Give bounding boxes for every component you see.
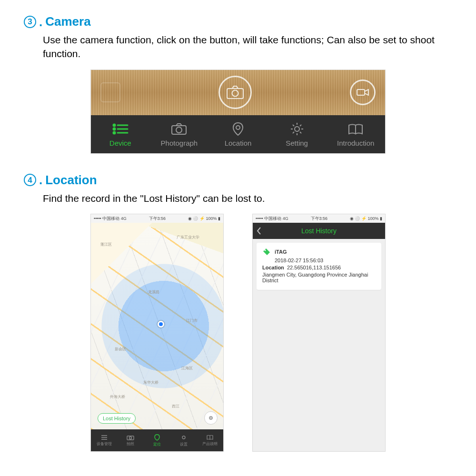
svg-point-1 xyxy=(232,90,238,97)
lost-history-list: iTAG 2018-02-27 15:56:03 Location 22.565… xyxy=(253,239,385,451)
tab-location[interactable]: Location xyxy=(208,115,268,153)
book-icon xyxy=(206,435,214,440)
shutter-button[interactable] xyxy=(218,76,252,109)
camera-icon xyxy=(171,121,187,137)
svg-point-3 xyxy=(113,124,115,126)
recenter-button[interactable] xyxy=(204,411,218,425)
battery-text: ◉ ⚪ ⚡ 100% ▮ xyxy=(188,216,220,221)
phone-lost-history: ••••• 中国移动 4G 下午3:56 ◉ ⚪ ⚡ 100% ▮ Lost H… xyxy=(252,214,386,452)
locate-icon xyxy=(208,415,214,421)
lost-history-button[interactable]: Lost History xyxy=(98,413,136,424)
map-label: 蓬江区 xyxy=(100,242,112,247)
tab-photograph[interactable]: Photograph xyxy=(150,115,209,153)
svg-point-29 xyxy=(265,250,266,251)
carrier-text: ••••• 中国移动 4G xyxy=(256,216,288,222)
section-3-head: 3 . Camera xyxy=(24,14,452,29)
app-tabbar: Device Photograph Location Setting Intro… xyxy=(91,115,385,153)
tab-label: Device xyxy=(109,139,131,147)
camera-screenshot: Device Photograph Location Setting Intro… xyxy=(90,69,386,154)
tab-introduction[interactable]: Introduction xyxy=(326,115,385,153)
mini-tab-setting[interactable]: 设置 xyxy=(170,429,197,451)
svg-line-17 xyxy=(293,125,294,126)
svg-point-27 xyxy=(129,436,132,439)
address: Jiangmen City, Guangdong Province Jiangh… xyxy=(262,272,376,283)
svg-point-12 xyxy=(295,127,299,131)
mini-tabbar: 设备管理 拍照 定位 设置 产品说明 xyxy=(91,429,223,451)
mini-tab-location[interactable]: 定位 xyxy=(144,429,170,451)
svg-point-5 xyxy=(113,128,115,130)
svg-point-7 xyxy=(113,132,115,134)
svg-rect-2 xyxy=(357,89,365,95)
battery-text: ◉ ⚪ ⚡ 100% ▮ xyxy=(350,216,382,221)
section-4-description: Find the record in the "Lost History" ca… xyxy=(43,191,452,205)
section-4-title: Location xyxy=(45,173,97,188)
svg-point-11 xyxy=(236,126,240,129)
svg-point-10 xyxy=(176,127,182,133)
mini-tab-photo[interactable]: 拍照 xyxy=(118,429,144,451)
gear-icon xyxy=(290,121,304,137)
coordinates: 22.565016,113.151656 xyxy=(287,265,341,270)
mini-tab-label: 产品说明 xyxy=(202,441,218,446)
svg-point-22 xyxy=(210,417,211,418)
list-icon xyxy=(112,121,129,137)
tab-device[interactable]: Device xyxy=(91,115,150,153)
map-label: 龙溪路 xyxy=(148,289,159,295)
map-label: 外海大桥 xyxy=(110,394,125,399)
current-location-pin-icon xyxy=(158,321,164,327)
header-title: Lost History xyxy=(301,227,337,235)
map-label: 新会区 xyxy=(115,347,126,352)
mini-tab-device[interactable]: 设备管理 xyxy=(91,429,118,451)
book-icon xyxy=(347,121,364,137)
location-pin-icon xyxy=(232,121,244,137)
map-label: 广东工业大学 xyxy=(177,235,199,240)
list-icon xyxy=(100,435,108,440)
map-label: 江门市 xyxy=(186,318,198,323)
tag-icon xyxy=(262,248,271,256)
tab-label: Photograph xyxy=(161,139,198,147)
section-4-head: 4 . Location xyxy=(24,173,452,188)
chevron-left-icon xyxy=(257,227,261,235)
svg-line-18 xyxy=(300,132,301,133)
mini-tab-label: 定位 xyxy=(153,442,161,447)
mini-tab-label: 设置 xyxy=(180,442,188,447)
carrier-text: ••••• 中国移动 4G xyxy=(94,216,127,222)
tab-setting[interactable]: Setting xyxy=(268,115,327,153)
video-mode-icon[interactable] xyxy=(350,79,376,105)
device-name: iTAG xyxy=(275,249,287,255)
map-label: 东华大桥 xyxy=(143,380,159,385)
location-pin-icon xyxy=(154,434,160,441)
status-bar: ••••• 中国移动 4G 下午3:56 ◉ ⚪ ⚡ 100% ▮ xyxy=(253,214,385,223)
clock-text: 下午3:56 xyxy=(149,216,166,222)
tab-label: Introduction xyxy=(337,139,374,147)
step-4-number-icon: 4 xyxy=(24,174,36,186)
gear-icon xyxy=(180,434,187,441)
gallery-icon[interactable] xyxy=(100,82,120,102)
phone-map: ••••• 中国移动 4G 下午3:56 ◉ ⚪ ⚡ 100% ▮ 蓬江区 广东… xyxy=(90,214,224,452)
tab-label: Setting xyxy=(286,139,308,147)
map-view[interactable]: 蓬江区 广东工业大学 龙溪路 江门市 新会区 江海区 东华大桥 外海大桥 西江 … xyxy=(91,223,223,429)
map-label: 江海区 xyxy=(181,366,193,371)
separator-dot: . xyxy=(39,16,42,28)
timestamp: 2018-02-27 15:56:03 xyxy=(275,258,376,263)
map-label: 西江 xyxy=(172,404,179,409)
camera-icon xyxy=(127,435,134,440)
tab-label: Location xyxy=(225,139,252,147)
status-bar: ••••• 中国移动 4G 下午3:56 ◉ ⚪ ⚡ 100% ▮ xyxy=(91,214,223,223)
section-3-title: Camera xyxy=(45,14,90,29)
lost-history-card[interactable]: iTAG 2018-02-27 15:56:03 Location 22.565… xyxy=(257,243,381,290)
svg-point-28 xyxy=(182,436,185,439)
mini-tab-label: 拍照 xyxy=(127,441,134,446)
separator-dot: . xyxy=(39,174,42,186)
mini-tab-intro[interactable]: 产品说明 xyxy=(197,429,223,451)
step-3-number-icon: 3 xyxy=(24,16,36,28)
lost-history-header: Lost History xyxy=(253,223,385,239)
back-button[interactable] xyxy=(257,227,261,235)
mini-tab-label: 设备管理 xyxy=(97,441,112,446)
clock-text: 下午3:56 xyxy=(311,216,328,222)
section-3-description: Use the camera function, click on the bu… xyxy=(43,33,452,61)
location-screenshots: ••••• 中国移动 4G 下午3:56 ◉ ⚪ ⚡ 100% ▮ 蓬江区 广东… xyxy=(24,214,452,452)
svg-line-19 xyxy=(293,132,294,133)
camera-preview-strip xyxy=(91,70,385,115)
location-label: Location xyxy=(262,265,284,270)
svg-line-20 xyxy=(300,125,301,126)
